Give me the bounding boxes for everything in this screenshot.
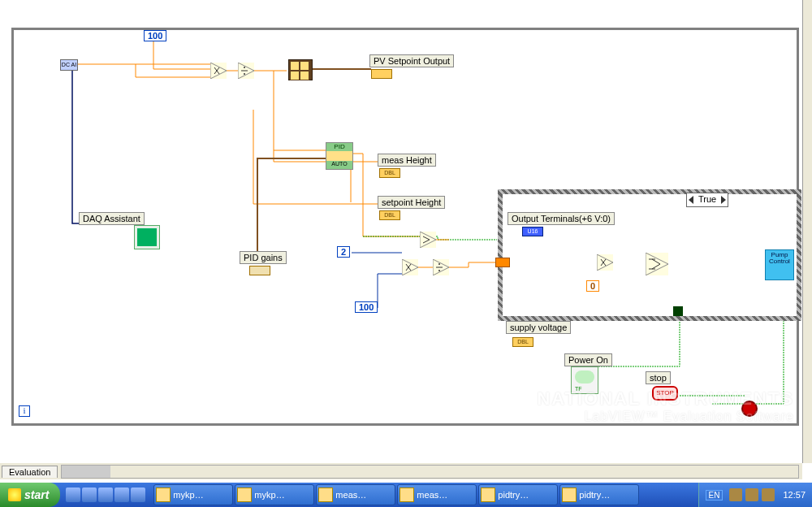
pid-auto-label: AUTO <box>326 161 352 169</box>
svg-point-1 <box>244 73 245 75</box>
pid-autotune-node[interactable]: PID AUTO <box>326 142 353 170</box>
pump-control-label: Pump Control <box>769 251 790 265</box>
setpoint-height-label: setpoint Height <box>378 196 445 209</box>
power-on-switch[interactable]: TF <box>571 366 598 394</box>
output-terminals-label: Output Terminals(+6 V:0) <box>508 212 615 225</box>
task-button[interactable]: meas… <box>316 484 395 505</box>
labview-vi-icon <box>562 488 577 502</box>
daq-assistant-node[interactable] <box>134 225 160 249</box>
multiply-op-3[interactable] <box>597 254 613 271</box>
ql-icon[interactable] <box>82 488 97 502</box>
constant-100-bottom[interactable]: 100 <box>355 301 378 313</box>
daq-assistant-label: DAQ Assistant <box>79 212 145 225</box>
setpoint-height-terminal[interactable]: DBL <box>379 210 400 220</box>
vertical-scrollbar[interactable] <box>802 0 812 463</box>
language-indicator[interactable]: EN <box>706 490 723 500</box>
pid-gains-label: PID gains <box>240 251 287 264</box>
stop-button[interactable]: STOP <box>652 386 678 401</box>
constant-0[interactable]: 0 <box>586 280 599 292</box>
task-button[interactable]: pidtry… <box>478 484 558 505</box>
svg-point-2 <box>438 263 440 265</box>
case-selector[interactable]: True <box>686 193 728 207</box>
meas-height-terminal[interactable]: DBL <box>379 168 400 178</box>
task-buttons: mykp… mykp… meas… meas… pidtry… pidtry… <box>153 484 698 505</box>
svg-point-0 <box>244 67 245 68</box>
block-diagram-window[interactable]: DC AI 100 PV Setpoint Output PID <box>0 0 802 463</box>
stop-label: stop <box>646 371 671 384</box>
evaluation-bar: Evaluation <box>0 463 802 479</box>
ql-icon[interactable] <box>98 488 113 502</box>
ql-icon[interactable] <box>66 488 80 502</box>
evaluation-tab[interactable]: Evaluation <box>2 466 58 478</box>
meas-height-label: meas Height <box>378 154 436 167</box>
task-button[interactable]: mykp… <box>153 484 233 505</box>
pv-setpoint-output-terminal[interactable] <box>371 69 392 79</box>
power-on-label: Power On <box>564 353 612 366</box>
labview-vi-icon <box>400 488 414 502</box>
bundle-cluster-node[interactable] <box>288 59 313 80</box>
windows-taskbar: start mykp… mykp… meas… meas… pidtry… pi… <box>0 483 812 507</box>
case-selector-value: True <box>698 194 716 204</box>
labview-vi-icon <box>237 488 252 502</box>
constant-100-top[interactable]: 100 <box>144 30 166 41</box>
divide-op-2[interactable] <box>433 259 449 275</box>
greater-op[interactable] <box>420 232 436 248</box>
pump-control-indicator[interactable]: Pump Control <box>765 249 794 280</box>
task-button[interactable]: pidtry… <box>559 484 639 505</box>
ql-icon[interactable] <box>131 488 145 502</box>
while-loop-frame[interactable]: DC AI 100 PV Setpoint Output PID <box>11 28 799 426</box>
task-button[interactable]: mykp… <box>235 484 314 505</box>
task-button[interactable]: meas… <box>397 484 477 505</box>
supply-voltage-terminal[interactable]: DBL <box>512 337 533 347</box>
select-op[interactable] <box>646 253 668 275</box>
toggle-icon <box>575 370 594 384</box>
multiply-op[interactable] <box>210 63 227 79</box>
system-tray: EN 12:57 <box>698 483 812 507</box>
daq-data-terminal: DC AI <box>60 59 78 71</box>
start-button[interactable]: start <box>0 483 60 507</box>
pid-top-label: PID <box>326 143 352 151</box>
labview-vi-icon <box>318 488 333 502</box>
constant-2[interactable]: 2 <box>337 246 350 258</box>
svg-point-3 <box>438 270 440 271</box>
output-terminals-u16[interactable]: U16 <box>522 227 543 236</box>
tf-label: TF <box>575 386 582 392</box>
tray-icon[interactable] <box>729 488 742 501</box>
clock[interactable]: 12:57 <box>783 490 806 500</box>
horizontal-scrollbar[interactable] <box>61 465 799 479</box>
divide-op[interactable] <box>238 63 254 79</box>
case-tunnel-bool <box>673 306 683 316</box>
supply-voltage-label: supply voltage <box>506 321 571 334</box>
multiply-op-2[interactable] <box>402 259 418 275</box>
labview-vi-icon <box>156 488 171 502</box>
pid-gains-terminal[interactable] <box>249 266 270 275</box>
pv-setpoint-output-label: PV Setpoint Output <box>369 54 454 67</box>
loop-condition-terminal[interactable] <box>741 401 758 417</box>
case-tunnel-in <box>495 258 510 267</box>
tray-icon[interactable] <box>762 488 775 501</box>
ql-icon[interactable] <box>114 488 129 502</box>
start-label: start <box>24 488 49 501</box>
windows-flag-icon <box>8 488 21 501</box>
labview-vi-icon <box>481 488 495 502</box>
iteration-terminal: i <box>19 405 30 417</box>
quick-launch[interactable] <box>65 488 146 502</box>
tray-icon[interactable] <box>745 488 758 501</box>
